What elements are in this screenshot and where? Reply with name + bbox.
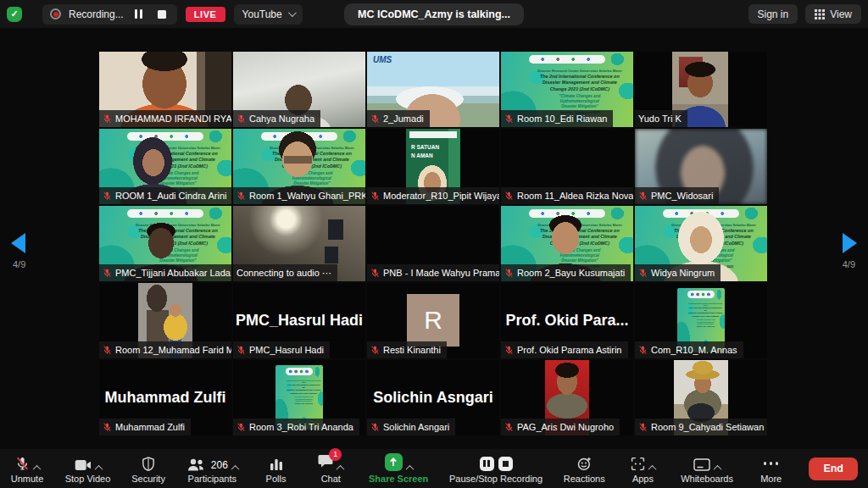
muted-mic-icon [504,191,514,201]
view-label: View [830,8,852,20]
participant-name-tag: PMC_Hasrul Hadi [233,341,330,358]
security-button[interactable]: Security [131,454,165,484]
participant-name: PNB - I Made Wahyu Prama... [383,268,499,278]
participant-name-tag: Room 2_Bayu Kusumajati [501,264,631,281]
reactions-icon [577,457,592,471]
participant-name: PMC_Hasrul Hadi [249,345,324,355]
muted-mic-icon [504,423,514,432]
stop-video-button[interactable]: Stop Video [65,454,111,484]
chevron-up-icon[interactable] [32,464,41,473]
poster-logo-band [529,55,605,64]
stop-recording-button[interactable] [154,7,170,22]
participant-name: Solichin Asngari [383,422,449,432]
next-page-arrow[interactable] [843,233,857,253]
previous-page-arrow[interactable] [11,233,25,253]
poster-title: The 2nd International Conference on [530,74,629,80]
participant-tile-farid[interactable]: Room 12_Muhamad Farid M... [99,283,231,358]
pause-recording-button[interactable] [131,7,147,22]
muted-mic-icon [15,457,30,471]
participant-tile-aris[interactable]: PAG_Aris Dwi Nugroho [501,360,633,435]
participant-tile-pnb[interactable]: PNB - I Made Wahyu Prama... [367,206,499,281]
participant-name-tag: Room 11_Aldea Rizka Novar... [501,187,633,204]
live-badge: LIVE [186,7,225,22]
muted-mic-icon [103,191,112,201]
participant-tile-cahya[interactable]: Cahya Nugraha [233,52,365,127]
polls-icon [270,458,283,471]
participant-name-tag: Widya Ningrum [635,264,721,281]
participant-tile-edi-riawan[interactable]: Disaster Research Center Universitas Seb… [501,52,633,127]
poster-title: Change 2023 (2nd ICoDMC) [687,315,723,318]
poster-subtitle: Disaster Mitigation" [286,400,321,402]
view-button[interactable]: View [805,4,861,24]
unmute-button[interactable]: Unmute [10,454,44,484]
participant-tile-robi[interactable]: Disaster Research Center Universitas Seb… [233,360,365,435]
poster-logo-band [286,368,313,375]
whiteboard-icon [693,458,710,471]
polls-button[interactable]: Polls [259,454,293,484]
youtube-label: YouTube [242,8,282,20]
participant-tile-widya[interactable]: Disaster Research Center Universitas Seb… [635,206,767,281]
reactions-button[interactable]: Reactions [564,454,605,484]
participant-name: PMC_Tijjani Abubakar Lada... [115,268,231,278]
whiteboards-button[interactable]: Whiteboards [681,454,733,484]
end-meeting-button[interactable]: End [809,458,858,480]
participant-tile-wahyu[interactable]: Disaster Research Center Universitas Seb… [233,129,365,204]
pause-stop-recording-button[interactable]: Pause/Stop Recording [449,454,542,484]
chevron-up-icon[interactable] [405,464,414,473]
share-screen-button[interactable]: Share Screen [369,454,428,484]
participant-tile-audi[interactable]: Disaster Research Center Universitas Seb… [99,129,231,204]
participant-tile-jumadi[interactable]: UMS 2_Jumadi [367,52,499,127]
muted-mic-icon [236,114,246,124]
participant-name-tag: PMC_Widosari [635,187,719,204]
participant-name: Room 11_Aldea Rizka Novar... [517,191,633,201]
participant-tile-pipit[interactable]: R SATUAN N AMAN Moderator_R10_Pipit Wija… [367,129,499,204]
poster-text: Disaster Research Center Universitas Seb… [286,380,321,404]
stop-recording-icon[interactable] [498,457,513,471]
chevron-up-icon[interactable] [94,464,103,473]
sign-in-button[interactable]: Sign in [748,4,798,24]
participant-tile-solichin[interactable]: Solichin Asngari Solichin Asngari [367,360,499,435]
participant-tile-connecting[interactable]: Connecting to audio ⋯ [233,206,365,281]
chevron-up-icon[interactable] [648,464,657,473]
participant-name: Room 10_Edi Riawan [517,114,607,124]
more-icon [764,457,779,471]
participant-name-tag: Room 1_Wahyu Ghani_PRK ... [233,187,365,204]
chevron-up-icon[interactable] [337,464,345,473]
participants-button[interactable]: 206 Participants [186,454,238,484]
muted-mic-icon [236,191,246,201]
chevron-up-icon[interactable] [714,464,722,473]
participant-tile-resti[interactable]: R Resti Kinanthi [367,283,499,358]
participant-name-tag: Room 10_Edi Riawan [501,110,613,127]
participant-name: Connecting to audio ⋯ [236,268,331,279]
participant-tile-irfandi[interactable]: MOHAMMAD IRFANDI RYA... [99,52,231,127]
participant-name: Com_R10_M. Annas [651,345,737,355]
participant-name-tag: Room 12_Muhamad Farid M... [99,341,231,358]
more-button[interactable]: More [754,454,788,484]
participant-name-tag: Room 3_Robi Tri Ananda [233,419,359,435]
ums-logo: UMS [373,55,392,64]
participant-name-tag: PAG_Aris Dwi Nugroho [501,419,620,435]
participant-tile-widosari[interactable]: PMC_Widosari [635,129,767,204]
security-label: Security [131,474,165,484]
participant-tile-zulfi[interactable]: Muhammad Zulfi Muhammad Zulfi [99,360,231,435]
muted-mic-icon [638,423,648,432]
chevron-up-icon[interactable] [231,464,239,473]
participant-name-tag: Muhammad Zulfi [99,419,191,435]
participant-tile-aldea[interactable]: Room 11_Aldea Rizka Novar... [501,129,633,204]
youtube-stream-dropdown[interactable]: YouTube [234,4,303,25]
participant-tile-annas[interactable]: Disaster Research Center Universitas Seb… [635,283,767,358]
chat-label: Chat [321,474,341,484]
apps-button[interactable]: Apps [626,454,659,484]
participant-tile-hasrul[interactable]: PMC_Hasrul Hadi PMC_Hasrul Hadi [233,283,365,358]
participant-tile-tijjani[interactable]: Disaster Research Center Universitas Seb… [99,206,231,281]
participant-tile-bayu[interactable]: Disaster Research Center Universitas Seb… [501,206,633,281]
participant-tile-yudo[interactable]: Yudo Tri K [635,52,767,127]
poster-org: Disaster Research Center Universitas Seb… [530,69,629,73]
poster-subtitle: Disaster Mitigation" [687,323,723,325]
pause-recording-icon[interactable] [480,457,494,471]
chat-button[interactable]: 1 Chat [314,454,348,484]
muted-mic-icon [504,269,514,278]
recording-controls: ✓ Recording... LIVE YouTube [7,0,303,28]
participant-tile-okid[interactable]: Prof. Okid Para... Prof. Okid Parama Ast… [501,283,633,358]
participant-tile-cahyadi[interactable]: Room 9_Cahyadi Setiawan [635,360,767,435]
